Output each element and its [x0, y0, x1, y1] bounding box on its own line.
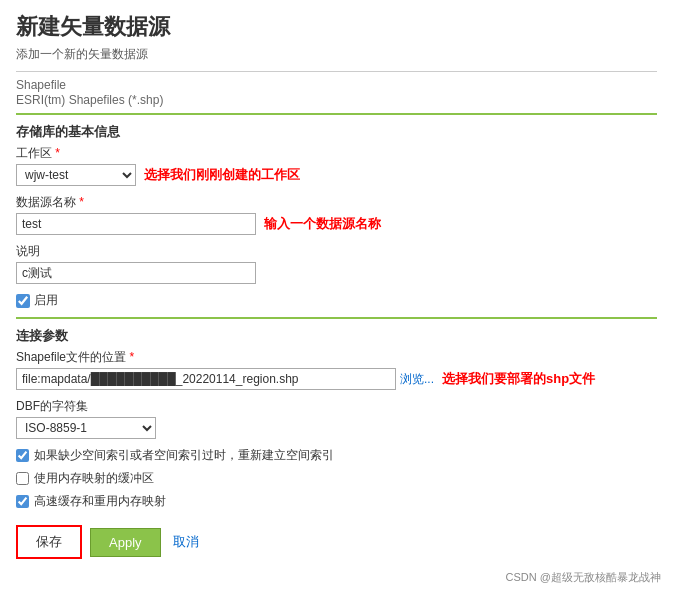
workspace-required: * [52, 146, 60, 160]
datasource-annotation: 输入一个数据源名称 [264, 215, 381, 233]
shp-location-label: Shapefile文件的位置 [16, 350, 126, 364]
dbf-label: DBF的字符集 [16, 399, 88, 413]
workspace-annotation: 选择我们刚刚创建的工作区 [144, 166, 300, 184]
save-button[interactable]: 保存 [16, 525, 82, 559]
shapefile-label: Shapefile [16, 78, 657, 92]
shapefile-sublabel: ESRI(tm) Shapefiles (*.shp) [16, 93, 657, 107]
rebuild-index-label: 如果缺少空间索引或者空间索引过时，重新建立空间索引 [34, 447, 334, 464]
connection-title: 连接参数 [16, 327, 657, 345]
page-subtitle: 添加一个新的矢量数据源 [16, 46, 657, 63]
memory-buffer-label: 使用内存映射的缓冲区 [34, 470, 154, 487]
footer-credit: CSDN @超级无敌核酷暴龙战神 [506, 570, 661, 585]
cache-remap-checkbox[interactable] [16, 495, 29, 508]
enabled-label: 启用 [34, 292, 58, 309]
workspace-select[interactable]: wjw-test default [16, 164, 136, 186]
enabled-checkbox[interactable] [16, 294, 30, 308]
description-input[interactable] [16, 262, 256, 284]
cancel-button[interactable]: 取消 [169, 527, 203, 557]
basic-info-title: 存储库的基本信息 [16, 123, 657, 141]
description-label: 说明 [16, 244, 40, 258]
datasource-label: 数据源名称 [16, 195, 76, 209]
cache-remap-label: 高速缓存和重用内存映射 [34, 493, 166, 510]
page-title: 新建矢量数据源 [16, 12, 657, 42]
datasource-input[interactable] [16, 213, 256, 235]
workspace-label: 工作区 [16, 146, 52, 160]
apply-button[interactable]: Apply [90, 528, 161, 557]
rebuild-index-checkbox[interactable] [16, 449, 29, 462]
browse-button[interactable]: 浏览... [400, 371, 434, 388]
shp-path-input[interactable] [16, 368, 396, 390]
memory-buffer-checkbox[interactable] [16, 472, 29, 485]
shp-annotation: 选择我们要部署的shp文件 [442, 370, 595, 388]
dbf-select[interactable]: ISO-8859-1 UTF-8 GBK GB2312 [16, 417, 156, 439]
